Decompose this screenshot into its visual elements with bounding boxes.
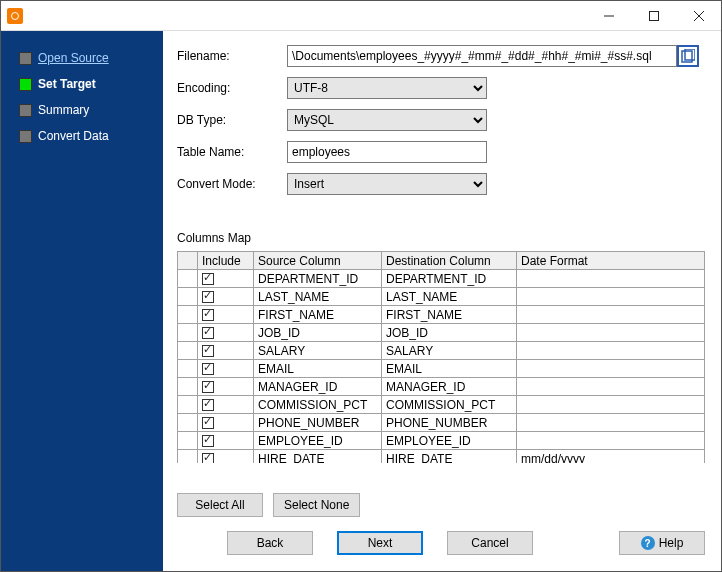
include-cell[interactable] — [198, 324, 254, 342]
dest-cell[interactable]: PHONE_NUMBER — [382, 414, 517, 432]
col-header-dest[interactable]: Destination Column — [382, 252, 517, 270]
source-cell[interactable]: COMMISSION_PCT — [254, 396, 382, 414]
source-cell[interactable]: MANAGER_ID — [254, 378, 382, 396]
encoding-select[interactable]: UTF-8 — [287, 77, 487, 99]
datefmt-cell[interactable] — [517, 342, 705, 360]
sidebar-item-convert-data[interactable]: Convert Data — [1, 123, 163, 149]
include-cell[interactable] — [198, 378, 254, 396]
convertmode-select[interactable]: Insert — [287, 173, 487, 195]
filename-input[interactable] — [287, 45, 677, 67]
source-cell[interactable]: PHONE_NUMBER — [254, 414, 382, 432]
include-cell[interactable] — [198, 306, 254, 324]
source-cell[interactable]: LAST_NAME — [254, 288, 382, 306]
checkbox-icon[interactable] — [202, 345, 214, 357]
datefmt-cell[interactable] — [517, 288, 705, 306]
sidebar-item-set-target[interactable]: Set Target — [1, 71, 163, 97]
browse-file-button[interactable] — [677, 45, 699, 67]
dest-cell[interactable]: EMAIL — [382, 360, 517, 378]
dest-cell[interactable]: LAST_NAME — [382, 288, 517, 306]
dest-cell[interactable]: COMMISSION_PCT — [382, 396, 517, 414]
include-cell[interactable] — [198, 414, 254, 432]
row-header[interactable] — [178, 450, 198, 464]
table-row[interactable]: HIRE_DATEHIRE_DATEmm/dd/yyyy — [178, 450, 705, 464]
include-cell[interactable] — [198, 360, 254, 378]
dest-cell[interactable]: MANAGER_ID — [382, 378, 517, 396]
help-button[interactable]: ? Help — [619, 531, 705, 555]
back-button[interactable]: Back — [227, 531, 313, 555]
checkbox-icon[interactable] — [202, 363, 214, 375]
dest-cell[interactable]: JOB_ID — [382, 324, 517, 342]
include-cell[interactable] — [198, 288, 254, 306]
include-cell[interactable] — [198, 270, 254, 288]
table-row[interactable]: COMMISSION_PCTCOMMISSION_PCT — [178, 396, 705, 414]
dest-cell[interactable]: EMPLOYEE_ID — [382, 432, 517, 450]
row-header[interactable] — [178, 432, 198, 450]
next-button[interactable]: Next — [337, 531, 423, 555]
col-header-datefmt[interactable]: Date Format — [517, 252, 705, 270]
datefmt-cell[interactable] — [517, 396, 705, 414]
row-header[interactable] — [178, 324, 198, 342]
dbtype-select[interactable]: MySQL — [287, 109, 487, 131]
sidebar-item-open-source[interactable]: Open Source — [1, 45, 163, 71]
source-cell[interactable]: FIRST_NAME — [254, 306, 382, 324]
datefmt-cell[interactable] — [517, 432, 705, 450]
datefmt-cell[interactable]: mm/dd/yyyy — [517, 450, 705, 464]
row-header[interactable] — [178, 360, 198, 378]
row-header[interactable] — [178, 342, 198, 360]
cancel-button[interactable]: Cancel — [447, 531, 533, 555]
include-cell[interactable] — [198, 450, 254, 464]
table-row[interactable]: DEPARTMENT_IDDEPARTMENT_ID — [178, 270, 705, 288]
checkbox-icon[interactable] — [202, 273, 214, 285]
checkbox-icon[interactable] — [202, 399, 214, 411]
datefmt-cell[interactable] — [517, 360, 705, 378]
datefmt-cell[interactable] — [517, 270, 705, 288]
row-header[interactable] — [178, 306, 198, 324]
source-cell[interactable]: DEPARTMENT_ID — [254, 270, 382, 288]
row-header[interactable] — [178, 414, 198, 432]
source-cell[interactable]: EMAIL — [254, 360, 382, 378]
table-row[interactable]: MANAGER_IDMANAGER_ID — [178, 378, 705, 396]
table-row[interactable]: JOB_IDJOB_ID — [178, 324, 705, 342]
maximize-button[interactable] — [631, 1, 676, 31]
select-none-button[interactable]: Select None — [273, 493, 360, 517]
sidebar-item-summary[interactable]: Summary — [1, 97, 163, 123]
table-row[interactable]: EMAILEMAIL — [178, 360, 705, 378]
include-cell[interactable] — [198, 396, 254, 414]
table-row[interactable]: SALARYSALARY — [178, 342, 705, 360]
include-cell[interactable] — [198, 342, 254, 360]
checkbox-icon[interactable] — [202, 291, 214, 303]
checkbox-icon[interactable] — [202, 435, 214, 447]
source-cell[interactable]: EMPLOYEE_ID — [254, 432, 382, 450]
datefmt-cell[interactable] — [517, 378, 705, 396]
minimize-button[interactable] — [586, 1, 631, 31]
table-row[interactable]: FIRST_NAMEFIRST_NAME — [178, 306, 705, 324]
datefmt-cell[interactable] — [517, 306, 705, 324]
row-header[interactable] — [178, 378, 198, 396]
datefmt-cell[interactable] — [517, 414, 705, 432]
checkbox-icon[interactable] — [202, 381, 214, 393]
source-cell[interactable]: JOB_ID — [254, 324, 382, 342]
checkbox-icon[interactable] — [202, 417, 214, 429]
table-row[interactable]: LAST_NAMELAST_NAME — [178, 288, 705, 306]
checkbox-icon[interactable] — [202, 309, 214, 321]
source-cell[interactable]: HIRE_DATE — [254, 450, 382, 464]
dest-cell[interactable]: FIRST_NAME — [382, 306, 517, 324]
table-row[interactable]: EMPLOYEE_IDEMPLOYEE_ID — [178, 432, 705, 450]
dest-cell[interactable]: HIRE_DATE — [382, 450, 517, 464]
source-cell[interactable]: SALARY — [254, 342, 382, 360]
datefmt-cell[interactable] — [517, 324, 705, 342]
dest-cell[interactable]: DEPARTMENT_ID — [382, 270, 517, 288]
row-header[interactable] — [178, 288, 198, 306]
select-all-button[interactable]: Select All — [177, 493, 263, 517]
col-header-include[interactable]: Include — [198, 252, 254, 270]
checkbox-icon[interactable] — [202, 327, 214, 339]
table-row[interactable]: PHONE_NUMBERPHONE_NUMBER — [178, 414, 705, 432]
tablename-input[interactable] — [287, 141, 487, 163]
row-header[interactable] — [178, 396, 198, 414]
row-header[interactable] — [178, 270, 198, 288]
close-button[interactable] — [676, 1, 721, 31]
checkbox-icon[interactable] — [202, 453, 214, 463]
include-cell[interactable] — [198, 432, 254, 450]
dest-cell[interactable]: SALARY — [382, 342, 517, 360]
col-header-source[interactable]: Source Column — [254, 252, 382, 270]
